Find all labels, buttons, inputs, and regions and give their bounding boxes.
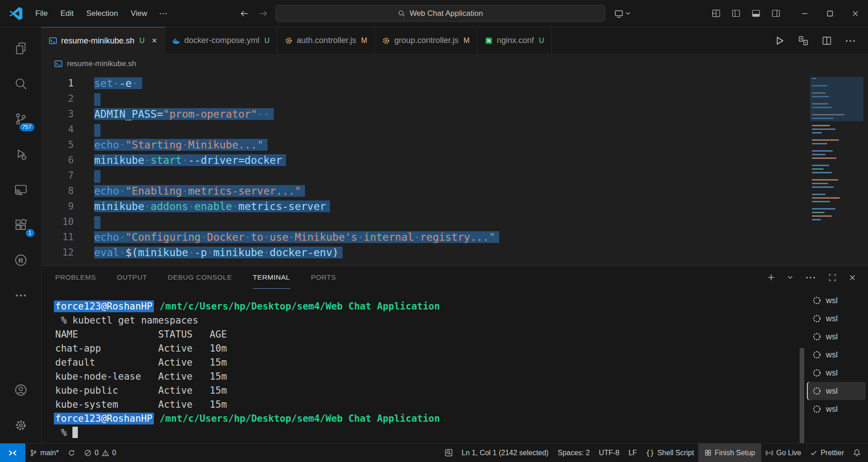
code-line xyxy=(94,168,499,183)
minimap-line xyxy=(812,212,825,213)
remote-wsl-indicator[interactable] xyxy=(0,443,25,462)
notifications-item[interactable] xyxy=(849,443,868,462)
source-control-icon[interactable]: 757 xyxy=(0,101,42,137)
line-number: 7 xyxy=(42,168,94,183)
toggle-sidebar-icon[interactable] xyxy=(726,0,746,27)
editor-tab-docker-compose.yml[interactable]: docker-compose.ymlU xyxy=(165,27,277,54)
finish-setup-label: Finish Setup xyxy=(715,449,755,457)
language-mode-item[interactable]: {} Shell Script xyxy=(641,443,698,462)
terminal-tab-label: wsl xyxy=(826,332,838,342)
code-line xyxy=(94,91,499,106)
terminal-output[interactable]: force123@RoshanHP /mnt/c/Users/hp/Deskto… xyxy=(42,289,799,443)
menu-file[interactable]: File xyxy=(29,6,54,21)
search-input[interactable]: Web Chat Application xyxy=(276,5,605,22)
terminal-tab-label: wsl xyxy=(826,350,838,360)
zoom-status-item[interactable] xyxy=(440,443,457,462)
scrollbar-thumb[interactable] xyxy=(800,348,804,443)
terminal-tab-wsl[interactable]: wsl xyxy=(807,291,866,310)
eol-item[interactable]: LF xyxy=(624,443,642,462)
maximize-panel-icon[interactable] xyxy=(828,273,837,282)
encoding-item[interactable]: UTF-8 xyxy=(594,443,624,462)
minimap-line xyxy=(812,157,836,159)
menu-selection[interactable]: Selection xyxy=(80,6,124,21)
prettier-item[interactable]: Prettier xyxy=(806,443,849,462)
breadcrumb-file: resume-minikube.sh xyxy=(67,59,136,68)
terminal-scrollbar[interactable] xyxy=(799,289,805,443)
search-sidebar-icon[interactable] xyxy=(0,66,42,101)
remote-explorer-icon[interactable] xyxy=(0,172,42,207)
terminal-tab-wsl[interactable]: wsl xyxy=(807,400,866,418)
line-number: 5 xyxy=(42,137,94,152)
account-icon[interactable] xyxy=(0,372,42,408)
go-back-icon[interactable] xyxy=(238,7,251,20)
minimap-line xyxy=(812,154,825,155)
minimize-icon[interactable] xyxy=(792,0,817,27)
go-live-item[interactable]: Go Live xyxy=(761,443,806,462)
minimap[interactable] xyxy=(812,73,862,266)
terminal-tab-wsl[interactable]: wsl xyxy=(807,310,866,328)
run-file-icon[interactable] xyxy=(774,35,785,46)
indentation-item[interactable]: Spaces: 2 xyxy=(553,443,594,462)
customize-layout-icon[interactable] xyxy=(706,0,726,27)
terminal-line: kube-system Active 15m xyxy=(55,398,799,412)
extensions-icon[interactable]: 1 xyxy=(0,207,42,243)
minimap-line xyxy=(812,194,825,195)
close-panel-icon[interactable] xyxy=(849,274,856,281)
code-line xyxy=(94,214,499,229)
tab-problems[interactable]: PROBLEMS xyxy=(55,266,96,289)
braces-icon: {} xyxy=(646,449,654,457)
cursor-position-item[interactable]: Ln 1, Col 1 (2142 selected) xyxy=(457,443,553,462)
finish-setup-icon xyxy=(705,449,711,456)
tab-terminal[interactable]: TERMINAL xyxy=(253,266,290,289)
close-window-icon[interactable] xyxy=(843,0,868,27)
tab-ports[interactable]: PORTS xyxy=(311,266,336,289)
open-changes-icon[interactable] xyxy=(798,35,809,46)
terminal-line: % kubectl get namespaces xyxy=(55,314,799,328)
terminal-tab-wsl[interactable]: wsl xyxy=(807,382,866,400)
editor-tab-auth.controller.js[interactable]: auth.controller.jsM xyxy=(277,27,375,54)
terminal-tab-wsl[interactable]: wsl xyxy=(807,364,866,382)
split-editor-icon[interactable] xyxy=(821,35,832,46)
line-number-gutter: 123456789101112 xyxy=(42,73,94,266)
finish-setup-item[interactable]: Finish Setup xyxy=(698,443,761,462)
tab-debug-console[interactable]: DEBUG CONSOLE xyxy=(168,266,232,289)
tab-output[interactable]: OUTPUT xyxy=(117,266,147,289)
screencast-icon[interactable] xyxy=(610,9,630,18)
search-icon xyxy=(398,10,405,17)
run-debug-icon[interactable] xyxy=(0,137,42,172)
git-branch-item[interactable]: main* xyxy=(25,443,63,462)
editor-tab-resume-minikube.sh[interactable]: resume-minikube.shU✕ xyxy=(42,27,165,54)
editor-tab-group.controller.js[interactable]: group.controller.jsM xyxy=(375,27,477,54)
menu-view[interactable]: View xyxy=(124,6,154,21)
code-line: eval·$(minikube·-p·minikube·docker-env) xyxy=(94,245,499,260)
titlebar-left: File Edit Selection View ⋯ xyxy=(0,5,174,21)
go-forward-icon[interactable] xyxy=(257,7,270,20)
editor-tab-nginx.conf[interactable]: Nnginx.confU xyxy=(477,27,552,54)
minimap-line xyxy=(812,129,835,130)
line-number: 4 xyxy=(42,122,94,137)
terminal-line: % xyxy=(55,426,799,440)
terminal-process-icon xyxy=(812,296,821,305)
toggle-panel-icon[interactable] xyxy=(746,0,766,27)
breadcrumb[interactable]: resume-minikube.sh xyxy=(42,54,868,73)
code-line: minikube·addons·enable·metrics-server xyxy=(94,199,499,214)
menu-more-icon[interactable]: ⋯ xyxy=(153,5,174,21)
explorer-icon[interactable] xyxy=(0,31,42,66)
git-sync-button[interactable] xyxy=(63,443,80,462)
terminal-dropdown-icon[interactable] xyxy=(787,274,793,281)
more-views-icon[interactable] xyxy=(0,278,42,313)
maximize-icon[interactable] xyxy=(817,0,843,27)
panel-tab-bar: PROBLEMS OUTPUT DEBUG CONSOLE TERMINAL P… xyxy=(42,266,868,289)
menu-edit[interactable]: Edit xyxy=(54,6,80,21)
minimap-line xyxy=(812,201,830,202)
code-editor[interactable]: 123456789101112 set·-e·ADMIN_PASS="prom-… xyxy=(42,73,868,266)
close-tab-icon[interactable]: ✕ xyxy=(152,37,157,45)
toggle-secondary-sidebar-icon[interactable] xyxy=(766,0,786,27)
terminal-tab-wsl[interactable]: wsl xyxy=(807,328,866,346)
problems-item[interactable]: 0 0 xyxy=(80,443,121,462)
minimap-line xyxy=(812,139,839,141)
terminal-tab-wsl[interactable]: wsl xyxy=(807,346,866,364)
settings-gear-icon[interactable] xyxy=(0,408,42,443)
new-terminal-icon[interactable] xyxy=(767,273,775,281)
r-extension-icon[interactable]: R xyxy=(0,243,42,278)
